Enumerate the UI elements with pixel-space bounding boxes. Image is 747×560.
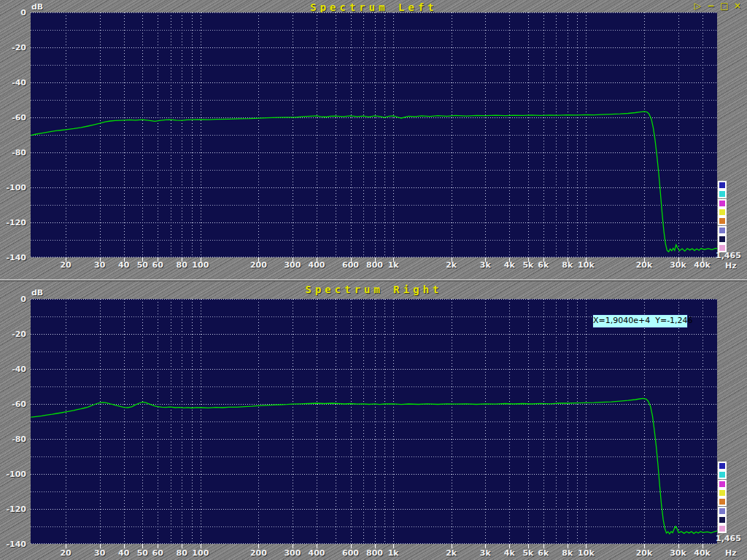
x-axis-tick-label: 20 (50, 548, 82, 558)
x-axis-tick-label: 1k (377, 260, 409, 270)
db-unit-label: dB (31, 2, 43, 12)
trace-color-swatch[interactable] (718, 181, 727, 190)
trace-color-swatch[interactable] (718, 235, 727, 244)
x-axis-tick-label: 20k (628, 548, 660, 558)
hz-unit-label: Hz (725, 548, 747, 558)
y-axis-tick-label: -40 (0, 365, 26, 374)
x-axis-tick-label: 20 (50, 260, 82, 270)
frequency-resolution-readout: 1,465 (716, 534, 741, 543)
x-axis-tick-label: 2k (436, 260, 468, 270)
trace-color-swatch[interactable] (718, 217, 727, 225)
y-axis-tick-label: -100 (0, 183, 26, 192)
x-axis-tick-label: 100 (185, 548, 217, 558)
trace-color-swatch[interactable] (718, 507, 727, 516)
trace-color-swatch[interactable] (718, 497, 727, 506)
x-axis-tick-label: 400 (301, 260, 333, 270)
trace-color-swatch[interactable] (718, 462, 727, 470)
y-axis-tick-label: -60 (0, 400, 26, 409)
x-axis-tick-label: 10k (570, 260, 602, 270)
frequency-resolution-readout: 1,465 (716, 251, 741, 260)
y-axis-tick-label: -60 (0, 113, 26, 122)
trace-color-swatch[interactable] (718, 480, 727, 489)
y-axis-tick-label: -20 (0, 330, 26, 339)
panel-title-right: Spectrum Right (31, 284, 717, 295)
x-axis-tick-label: 200 (242, 548, 274, 558)
trace-color-swatch[interactable] (718, 524, 727, 533)
spectrum-plot-right[interactable] (31, 299, 717, 552)
y-axis-tick-label: -140 (0, 253, 26, 262)
y-axis-tick-label: -80 (0, 148, 26, 158)
y-axis-tick-label: -120 (0, 505, 26, 514)
y-axis-tick-label: 0 (0, 8, 26, 18)
panel-title-left: Spectrum Left (31, 1, 717, 13)
y-axis-tick-label: -100 (0, 470, 26, 479)
y-axis-tick-label: -80 (0, 435, 26, 444)
spectrum-plot-left[interactable] (31, 12, 717, 265)
spectrum-right-panel: Spectrum Right dB 0-20-40-60-80-100-120-… (0, 281, 747, 560)
spectrum-analyzer-window: { "window": { "controls": [ {"name": "ro… (0, 0, 747, 560)
y-axis-tick-label: -120 (0, 218, 26, 228)
x-axis-tick-label: 1k (377, 548, 409, 558)
trace-color-swatch[interactable] (718, 226, 727, 235)
trace-color-swatch[interactable] (718, 199, 727, 208)
trace-color-swatch[interactable] (718, 489, 727, 497)
x-axis-tick-label: 2k (436, 548, 468, 558)
trace-color-swatch[interactable] (718, 516, 727, 524)
y-axis-tick-label: -140 (0, 540, 26, 549)
x-axis-tick-label: 400 (301, 548, 333, 558)
trace-color-swatch[interactable] (718, 208, 727, 217)
trace-color-swatch[interactable] (718, 470, 727, 479)
spectrum-left-panel: Spectrum Left dB 0-20-40-60-80-100-120-1… (0, 0, 747, 279)
x-axis-tick-label: 20k (628, 260, 660, 270)
x-axis-tick-label: 40k (686, 260, 719, 270)
x-axis-tick-label: 200 (242, 260, 274, 270)
plot-svg (31, 12, 717, 262)
y-axis-tick-label: -20 (0, 43, 26, 52)
y-axis-tick-label: -40 (0, 78, 26, 88)
x-axis-tick-label: 100 (185, 260, 217, 270)
cursor-tooltip: X=1,9040e+4 Y=-1,246 (592, 314, 688, 328)
x-axis-tick-label: 10k (570, 548, 602, 558)
x-axis-tick-label: 40k (686, 548, 719, 558)
y-axis-tick-label: 0 (0, 295, 26, 304)
hz-unit-label: Hz (725, 261, 747, 271)
trace-color-swatch[interactable] (718, 190, 727, 198)
plot-svg (31, 299, 717, 549)
db-unit-label: dB (31, 288, 43, 298)
